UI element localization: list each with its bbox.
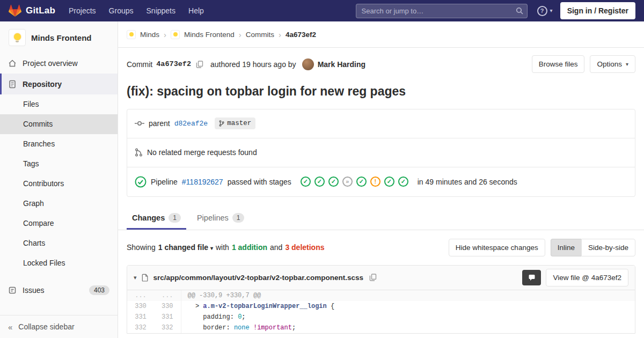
old-line-number[interactable]: 331 xyxy=(127,312,154,322)
code-token: none xyxy=(234,324,250,332)
nav-snippets[interactable]: Snippets xyxy=(141,3,181,18)
search-icon[interactable] xyxy=(516,7,523,16)
commit-label: Commit xyxy=(127,60,152,69)
copy-file-path-button[interactable] xyxy=(368,273,378,282)
sidebar-item-tags[interactable]: Tags xyxy=(0,154,118,174)
branch-badge[interactable]: master xyxy=(215,117,255,129)
pipeline-status-icon[interactable] xyxy=(135,176,147,188)
collapse-label: Collapse sidebar xyxy=(18,322,74,331)
collapse-file-caret-icon[interactable]: ▾ xyxy=(134,274,137,281)
sign-in-button[interactable]: Sign in / Register xyxy=(560,2,635,19)
comment-icon xyxy=(528,274,536,281)
deletions-count: 3 deletions xyxy=(285,243,324,252)
options-button[interactable]: Options ▾ xyxy=(590,55,635,73)
pipeline-stage-icon[interactable]: ✓ xyxy=(384,177,394,187)
parent-sha-link[interactable]: d82eaf2e xyxy=(174,120,208,128)
hide-whitespace-label: Hide whitespace changes xyxy=(456,244,538,252)
code-token: ; xyxy=(241,313,245,321)
nav-help[interactable]: Help xyxy=(182,3,210,18)
old-line-number[interactable]: ... xyxy=(127,290,154,301)
code-token xyxy=(250,324,253,332)
caret-down-icon: ▾ xyxy=(626,62,628,67)
merge-request-icon xyxy=(135,148,143,157)
collapse-sidebar-button[interactable]: « Collapse sidebar xyxy=(0,315,118,338)
pipeline-stage-icon[interactable]: ✓ xyxy=(314,177,325,187)
sidebar-item-project-overview[interactable]: Project overview xyxy=(0,53,118,74)
code-line: padding: 0; xyxy=(181,312,635,322)
no-merge-requests-text: No related merge requests found xyxy=(147,148,257,157)
breadcrumb-commits[interactable]: Commits xyxy=(246,31,274,39)
side-by-side-view-button[interactable]: Side-by-side xyxy=(581,239,635,256)
help-dropdown[interactable]: ? ▾ xyxy=(537,6,553,16)
browse-files-button[interactable]: Browse files xyxy=(532,55,585,73)
sidebar-item-label: Repository xyxy=(23,80,62,89)
changed-files-dropdown[interactable]: 1 changed file ▾ xyxy=(158,243,213,252)
pipeline-stage-icon[interactable]: ✓ xyxy=(301,177,311,187)
author-name[interactable]: Mark Harding xyxy=(318,60,365,69)
with-label: with xyxy=(216,243,229,252)
copy-sha-button[interactable] xyxy=(195,60,204,69)
nav-projects[interactable]: Projects xyxy=(63,3,102,18)
pipeline-stage-icon[interactable]: ✓ xyxy=(328,177,339,187)
brand-wordmark: GitLab xyxy=(26,5,55,16)
nav-groups[interactable]: Groups xyxy=(103,3,140,18)
showing-label: Showing xyxy=(127,243,156,252)
pipeline-stage-icon[interactable]: ✓ xyxy=(356,177,367,187)
sidebar-item-commits[interactable]: Commits xyxy=(0,114,118,134)
inline-view-button[interactable]: Inline xyxy=(551,239,581,256)
code-token: ; xyxy=(292,324,296,332)
issues-icon xyxy=(8,286,17,295)
help-icon: ? xyxy=(537,6,547,16)
pipeline-id-link[interactable]: #118192627 xyxy=(182,178,223,186)
pipeline-stage-icon[interactable]: ! xyxy=(370,177,380,187)
top-navbar: GitLab Projects Groups Snippets Help ? ▾… xyxy=(0,0,644,21)
toggle-comments-button[interactable] xyxy=(522,270,541,285)
author-avatar[interactable] xyxy=(302,58,314,70)
diff-file-header: ▾ src/app/common/layout/v2-topbar/v2-top… xyxy=(127,266,635,290)
old-line-number[interactable]: 330 xyxy=(127,301,154,312)
tab-pipelines-label: Pipelines xyxy=(197,214,229,222)
breadcrumb-minds-frontend[interactable]: Minds Frontend xyxy=(184,31,235,39)
sidebar-item-repository[interactable]: Repository xyxy=(0,74,118,94)
project-sidebar: Minds Frontend Project overview Reposito… xyxy=(0,21,118,338)
repository-subnav: Files Commits Branches Tags Contributors… xyxy=(0,94,118,273)
tanuki-icon xyxy=(9,4,21,17)
pipeline-stage-icon[interactable]: ✓ xyxy=(398,177,408,187)
diff-file-panel: ▾ src/app/common/layout/v2-topbar/v2-top… xyxy=(127,265,635,334)
caret-down-icon: ▾ xyxy=(210,245,213,251)
sidebar-item-files[interactable]: Files xyxy=(0,94,118,114)
sidebar-item-charts[interactable]: Charts xyxy=(0,233,118,253)
project-header[interactable]: Minds Frontend xyxy=(0,21,118,53)
breadcrumb-minds[interactable]: Minds xyxy=(140,31,159,39)
changes-count-badge: 1 xyxy=(169,213,181,223)
gitlab-logo[interactable]: GitLab xyxy=(9,4,55,17)
sidebar-item-branches[interactable]: Branches xyxy=(0,134,118,154)
new-line-number[interactable]: 330 xyxy=(154,301,181,312)
tab-changes-label: Changes xyxy=(132,214,165,222)
code-token: !important xyxy=(253,324,292,332)
home-icon xyxy=(8,59,17,68)
project-avatar xyxy=(9,29,26,46)
hide-whitespace-button[interactable]: Hide whitespace changes xyxy=(449,239,545,256)
code-token: border: xyxy=(188,324,234,332)
sidebar-item-graph[interactable]: Graph xyxy=(0,194,118,214)
new-line-number[interactable]: ... xyxy=(154,290,181,301)
lightbulb-icon xyxy=(173,32,178,36)
search-input[interactable] xyxy=(356,4,528,18)
tab-pipelines[interactable]: Pipelines 1 xyxy=(192,205,250,230)
new-line-number[interactable]: 332 xyxy=(154,322,181,333)
diff-line-330: 330 330 > a.m-v2-topbarLoginWrapper__log… xyxy=(127,301,635,312)
new-line-number[interactable]: 331 xyxy=(154,312,181,322)
view-file-button[interactable]: View file @ 4a673ef2 xyxy=(546,269,628,286)
sidebar-item-issues[interactable]: Issues 403 xyxy=(0,280,118,300)
diff-file-path[interactable]: src/app/common/layout/v2-topbar/v2-topba… xyxy=(153,274,364,282)
tab-changes[interactable]: Changes 1 xyxy=(127,205,186,230)
diff-line-331: 331 331 padding: 0; xyxy=(127,312,635,322)
old-line-number[interactable]: 332 xyxy=(127,322,154,333)
file-icon xyxy=(142,274,149,282)
sidebar-item-compare[interactable]: Compare xyxy=(0,214,118,233)
sidebar-item-locked-files[interactable]: Locked Files xyxy=(0,253,118,273)
sidebar-item-contributors[interactable]: Contributors xyxy=(0,174,118,194)
pipeline-stage-icon[interactable]: » xyxy=(342,177,353,187)
code-line: > a.m-v2-topbarLoginWrapper__login { xyxy=(181,301,635,312)
